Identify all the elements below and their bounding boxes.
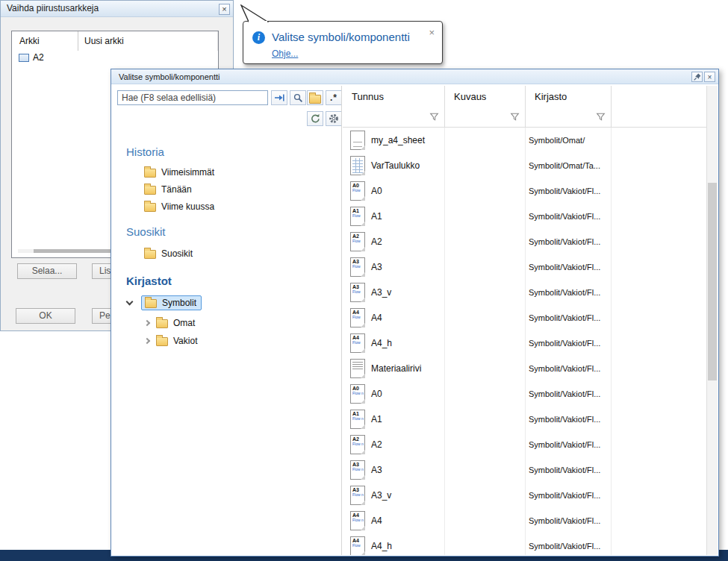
regex-button[interactable]: .* <box>326 90 342 105</box>
tree-item-omat[interactable]: Omat <box>145 316 195 330</box>
cell-kuvaus <box>445 330 526 356</box>
cell-spacer <box>612 330 706 356</box>
row-tunnus: A3 <box>371 465 382 475</box>
regex-label: .* <box>330 93 337 103</box>
table-row[interactable]: A2 Flow A2 Symbolit/Vakiot/Fl... <box>343 229 706 254</box>
refresh-button[interactable] <box>307 111 323 126</box>
cell-tunnus: A3 Flow A3_v <box>343 280 445 305</box>
expand-caret-icon[interactable] <box>126 298 134 306</box>
column-label: Kirjasto <box>535 91 567 102</box>
cell-spacer <box>612 483 706 508</box>
table-row[interactable]: A2 Flow no A2 Symbolit/Vakiot/Fl... <box>343 432 706 457</box>
cell-kuvaus <box>445 356 526 381</box>
cell-kuvaus <box>445 508 526 533</box>
table-row[interactable]: A3 Flow A3_v Symbolit/Vakiot/Fl... <box>343 280 706 305</box>
favorites-heading: Suosikit <box>126 225 166 238</box>
row-kirjasto: Symbolit/Vakiot/Fl... <box>529 440 600 449</box>
sheet-icon: A4 Flow <box>350 308 365 327</box>
filter-funnel-icon[interactable] <box>596 112 606 124</box>
table-row[interactable]: A3 Flow no A3_v Symbolit/Vakiot/Fl... <box>343 483 706 508</box>
hscrollbar-thumb[interactable] <box>34 249 123 253</box>
sheet-icon-label: A2 <box>352 234 359 239</box>
table-row[interactable]: Materiaalirivi Symbolit/Vakiot/Fl... <box>343 356 706 381</box>
cell-spacer <box>612 153 706 178</box>
sheet-icon: A2 Flow no <box>350 435 365 454</box>
table-row[interactable]: A1 Flow A1 Symbolit/Vakiot/Fl... <box>343 204 706 229</box>
row-kirjasto: Symbolit/Vakiot/Fl... <box>529 389 600 398</box>
browse-button[interactable]: Selaa... <box>17 263 77 279</box>
column-header-tunnus[interactable]: Tunnus <box>343 86 445 127</box>
column-header-arkki[interactable]: Arkki <box>12 31 78 51</box>
bg-dialog-close-button[interactable]: × <box>219 4 230 15</box>
pin-button[interactable] <box>691 72 703 82</box>
dialog-titlebar[interactable]: Valitse symboli/komponentti <box>111 69 718 84</box>
cell-kuvaus <box>445 483 526 508</box>
tree-item-symbolit-selected[interactable]: Symbolit <box>141 295 202 310</box>
cell-kirjasto: Symbolit/Vakiot/Fl... <box>526 356 612 381</box>
cell-spacer <box>612 229 706 254</box>
table-row[interactable]: VarTaulukko Symbolit/Omat/Ta... <box>343 153 706 178</box>
vscrollbar-thumb[interactable] <box>708 183 717 380</box>
sheet-icon-sub: Flow <box>352 316 361 319</box>
tree-item-suosikit[interactable]: Suosikit <box>144 246 193 261</box>
cell-kuvaus <box>445 153 526 178</box>
row-tunnus: VarTaulukko <box>371 160 420 171</box>
row-tunnus: A2 <box>371 439 382 450</box>
tree-item-tanaan[interactable]: Tänään <box>144 182 192 197</box>
tree-item-vakiot[interactable]: Vakiot <box>145 333 197 348</box>
help-link[interactable]: Ohje... <box>272 48 298 59</box>
grid-vscrollbar[interactable] <box>706 86 718 555</box>
row-tunnus: A4_h <box>371 338 392 348</box>
sheet-icon: A3 Flow <box>350 283 365 302</box>
sheet-icon <box>350 359 365 378</box>
search-button[interactable] <box>290 90 306 105</box>
tree-item-viimeisimmat[interactable]: Viimeisimmät <box>144 165 214 180</box>
tree-item-label: Symbolit <box>162 298 196 308</box>
sheet-icon-label: A1 <box>352 208 359 213</box>
table-row[interactable]: A1 Flow no A1 Symbolit/Vakiot/Fl... <box>343 407 706 432</box>
cell-tunnus: A4 Flow A4 <box>343 305 445 330</box>
cell-kirjasto: Symbolit/Vakiot/Fl... <box>526 204 612 229</box>
dialog-title: Valitse symboli/komponentti <box>119 72 220 81</box>
cell-spacer <box>612 305 706 330</box>
row-kirjasto: Symbolit/Vakiot/Fl... <box>529 313 600 322</box>
pane-divider <box>341 86 342 555</box>
filter-funnel-icon[interactable] <box>429 112 439 124</box>
sheet-row-a2[interactable]: A2 <box>12 51 218 64</box>
column-header-uusi-arkki[interactable]: Uusi arkki <box>78 31 218 51</box>
table-row[interactable]: A0 Flow A0 Symbolit/Vakiot/Fl... <box>343 178 706 204</box>
balloon-close-button[interactable]: × <box>429 27 435 38</box>
sheet-icon-sub: Flow no <box>352 493 364 497</box>
column-header-kuvaus[interactable]: Kuvaus <box>445 86 526 127</box>
table-row[interactable]: A3 Flow A3 Symbolit/Vakiot/Fl... <box>343 254 706 280</box>
sheet-icon-sub: Flow no <box>352 417 364 421</box>
table-row[interactable]: A4 Flow no A4 Symbolit/Vakiot/Fl... <box>343 508 706 533</box>
table-row[interactable]: A0 Flow no A0 Symbolit/Vakiot/Fl... <box>343 381 706 407</box>
column-header-kirjasto[interactable]: Kirjasto <box>526 86 612 127</box>
table-row[interactable]: A4 Flow A4 Symbolit/Vakiot/Fl... <box>343 305 706 330</box>
search-go-button[interactable] <box>271 90 287 105</box>
cell-spacer <box>612 533 706 555</box>
sheet-icon-label: A0 <box>352 386 359 391</box>
cell-kuvaus <box>445 533 526 555</box>
tree-item-viime-kuussa[interactable]: Viime kuussa <box>144 199 214 214</box>
bg-dialog-titlebar[interactable]: Vaihda piirustusarkkeja <box>1 1 233 17</box>
ok-button[interactable]: OK <box>16 308 75 324</box>
sheet-icon-sub: Flow <box>352 239 361 243</box>
row-tunnus: A1 <box>371 414 382 424</box>
table-row[interactable]: A4 Flow A4_h Symbolit/Vakiot/Fl... <box>343 330 706 356</box>
filter-funnel-icon[interactable] <box>510 112 520 124</box>
search-input[interactable] <box>117 90 268 105</box>
cell-kuvaus <box>445 280 526 305</box>
table-row[interactable]: A4 Flow A4_h Symbolit/Vakiot/Fl... <box>343 533 706 555</box>
cell-kuvaus <box>445 407 526 432</box>
cell-kirjasto: Symbolit/Vakiot/Fl... <box>526 432 612 457</box>
cell-kirjasto: Symbolit/Omat/Ta... <box>526 153 612 178</box>
row-kirjasto: Symbolit/Vakiot/Fl... <box>529 237 600 246</box>
settings-button[interactable] <box>326 111 342 126</box>
cell-kirjasto: Symbolit/Vakiot/Fl... <box>526 305 612 330</box>
dialog-close-button[interactable]: × <box>704 72 715 82</box>
table-row[interactable]: my_a4_sheet Symbolit/Omat/ <box>343 128 706 153</box>
browse-folder-button[interactable] <box>307 90 323 105</box>
table-row[interactable]: A3 Flow no A3 Symbolit/Vakiot/Fl... <box>343 457 706 483</box>
